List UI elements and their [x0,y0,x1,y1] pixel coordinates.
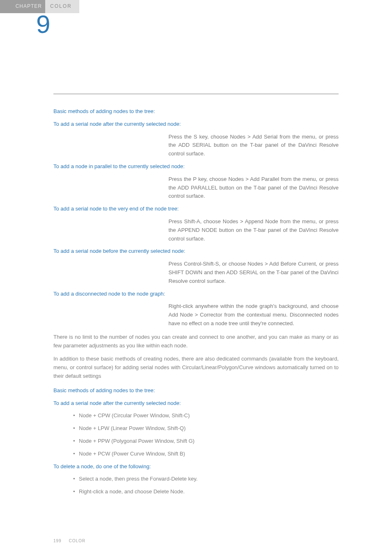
list-item: Node + PCW (Power Curve Window, Shift B) [73,450,339,458]
subheading: To add a serial node after the currently… [53,120,339,129]
page-footer: 199 COLOR [53,538,85,544]
list-item: Node + LPW (Linear Power Window, Shift-Q… [73,424,339,433]
bullet-list: Node + CPW (Circular Power Window, Shift… [73,412,339,458]
subheading: To add a serial node to the very end of … [53,205,339,213]
subheading: To add a disconnected node to the node g… [53,290,339,298]
body-text: Right-click anywhere within the node gra… [168,302,339,328]
footer-label: COLOR [69,539,85,543]
bullet-list: Select a node, then press the Forward-De… [73,475,339,496]
paragraph: There is no limit to the number of nodes… [53,333,339,350]
body-text: Press the S key, choose Nodes > Add Seri… [168,133,339,158]
divider [53,94,339,94]
list-item: Right-click a node, and choose Delete No… [73,488,339,496]
list-item: Node + PPW (Polygonal Power Window, Shif… [73,437,339,446]
page-content: Basic methods of adding nodes to the tre… [0,94,392,496]
body-text: Press the P key, choose Nodes > Add Para… [168,175,339,201]
page-number: 199 [53,539,62,543]
section-title: Basic methods of adding nodes to the tre… [53,107,339,116]
list-item: Node + CPW (Circular Power Window, Shift… [73,412,339,420]
subheading: To add a node in parallel to the current… [53,162,339,171]
body-text: Press Shift-A, choose Nodes > Append Nod… [168,217,339,243]
section-title: To delete a node, do one of the followin… [53,462,339,471]
subheading: To add a serial node after the currently… [53,399,339,408]
paragraph: In addition to these basic methods of cr… [53,355,339,380]
list-item: Select a node, then press the Forward-De… [73,475,339,483]
body-text: Press Control-Shift-S, or choose Nodes >… [168,260,339,285]
section-title: Basic methods of adding nodes to the tre… [53,386,339,395]
chapter-number: 9 [36,12,392,37]
subheading: To add a serial node before the currentl… [53,247,339,256]
